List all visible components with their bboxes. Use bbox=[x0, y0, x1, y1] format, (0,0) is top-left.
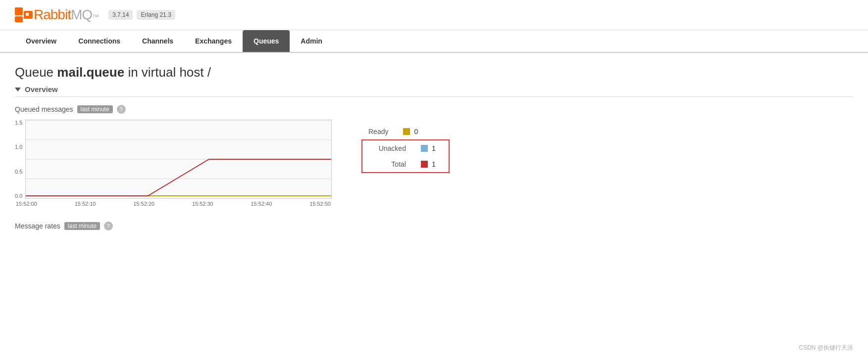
ready-value: 0 bbox=[414, 128, 418, 136]
x-label-4: 15:52:40 bbox=[251, 201, 272, 207]
stats-table: Ready 0 Unacked bbox=[361, 124, 450, 173]
svg-rect-1 bbox=[15, 16, 23, 22]
overview-section-label: Overview bbox=[25, 85, 58, 93]
unacked-value: 1 bbox=[432, 144, 436, 152]
logo: RabbitMQ™ bbox=[15, 7, 99, 23]
total-color-swatch bbox=[421, 161, 428, 168]
overview-section-header[interactable]: Overview bbox=[15, 85, 853, 97]
nav-exchanges[interactable]: Exchanges bbox=[184, 30, 243, 52]
total-value: 1 bbox=[432, 160, 436, 168]
stats-container: Ready 0 Unacked bbox=[361, 124, 450, 173]
ready-label: Ready bbox=[361, 124, 396, 139]
unacked-value-cell: 1 bbox=[414, 140, 450, 156]
x-label-5: 15:52:50 bbox=[309, 201, 331, 207]
message-rates-text: Message rates bbox=[15, 222, 60, 230]
nav-queues[interactable]: Queues bbox=[243, 30, 290, 52]
svg-rect-3 bbox=[26, 13, 29, 16]
total-inner-row: Total 1 bbox=[362, 156, 449, 173]
nav-admin[interactable]: Admin bbox=[290, 30, 333, 52]
ready-row: Ready 0 bbox=[361, 124, 450, 139]
message-rates-help-badge[interactable]: ? bbox=[104, 222, 113, 230]
time-range-badge[interactable]: last minute bbox=[77, 105, 113, 113]
y-label-1-0: 1.0 bbox=[15, 144, 22, 150]
nav-connections[interactable]: Connections bbox=[67, 30, 131, 52]
ready-value-cell: 0 bbox=[396, 124, 450, 139]
nav-channels[interactable]: Channels bbox=[131, 30, 184, 52]
rabbitmq-logo-icon bbox=[15, 7, 33, 22]
header: RabbitMQ™ 3.7.14 Erlang 21.3 bbox=[0, 0, 868, 30]
page-title-suffix: in virtual host / bbox=[128, 65, 211, 80]
main-nav: Overview Connections Channels Exchanges … bbox=[0, 30, 868, 53]
page-title-prefix: Queue bbox=[15, 65, 53, 80]
page-title: Queue mail.queue in virtual host / bbox=[15, 65, 853, 80]
unacked-label: Unacked bbox=[362, 140, 414, 156]
y-label-0-0: 0.0 bbox=[15, 193, 22, 199]
chart-svg bbox=[26, 120, 331, 198]
unacked-color-swatch bbox=[421, 145, 428, 152]
erlang-badge: Erlang 21.3 bbox=[137, 10, 175, 20]
unacked-row: Unacked 1 Total bbox=[361, 139, 450, 173]
queued-messages-label-row: Queued messages last minute ? bbox=[15, 105, 853, 114]
total-value-cell: 1 bbox=[414, 156, 450, 173]
collapse-triangle-icon bbox=[15, 88, 21, 91]
x-label-2: 15:52:20 bbox=[133, 201, 154, 207]
y-label-1-5: 1.5 bbox=[15, 120, 22, 126]
chart-svg-wrapper bbox=[25, 120, 332, 199]
page-content: Queue mail.queue in virtual host / Overv… bbox=[0, 53, 868, 242]
message-rates-time-badge[interactable]: last minute bbox=[64, 222, 100, 230]
logo-text: RabbitMQ™ bbox=[34, 7, 99, 23]
queued-messages-chart: 1.5 1.0 0.5 0.0 bbox=[15, 120, 332, 207]
logo-rabbit: Rabbit bbox=[34, 7, 71, 22]
nav-overview[interactable]: Overview bbox=[15, 30, 67, 52]
logo-mq: MQ bbox=[71, 7, 92, 22]
chart-x-labels: 15:52:00 15:52:10 15:52:20 15:52:30 15:5… bbox=[15, 201, 332, 207]
x-label-3: 15:52:30 bbox=[192, 201, 213, 207]
help-badge[interactable]: ? bbox=[117, 105, 126, 114]
queued-messages-text: Queued messages bbox=[15, 105, 73, 113]
x-label-0: 15:52:00 bbox=[16, 201, 37, 207]
x-label-1: 15:52:10 bbox=[75, 201, 96, 207]
ready-color-swatch bbox=[403, 128, 410, 135]
y-label-0-5: 0.5 bbox=[15, 169, 22, 175]
message-rates-row: Message rates last minute ? bbox=[15, 222, 853, 230]
version-badge: 3.7.14 bbox=[108, 10, 133, 20]
unacked-inner-row: Unacked 1 bbox=[362, 140, 449, 156]
queue-name: mail.queue bbox=[57, 65, 124, 80]
svg-rect-0 bbox=[15, 7, 23, 15]
total-label: Total bbox=[362, 156, 414, 173]
highlighted-stats: Unacked 1 Total bbox=[361, 139, 450, 173]
chart-stats-row: 1.5 1.0 0.5 0.0 bbox=[15, 120, 853, 207]
